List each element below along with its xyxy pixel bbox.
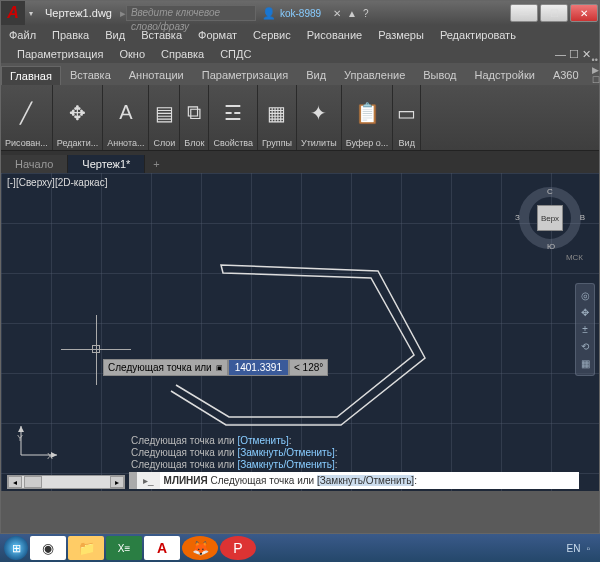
menu-bar-2: ПараметризацияОкноСправкаСПДС — ☐ ✕ — [1, 45, 599, 63]
panel-icon: ✥ — [69, 87, 86, 138]
panel-icon: ▦ — [267, 87, 286, 138]
panel-Блок[interactable]: ⧉Блок — [180, 85, 209, 150]
command-line[interactable]: ▸_ МЛИНИЯ Следующая точка или [Замкнуть/… — [129, 472, 579, 489]
panel-icon: ▤ — [155, 87, 174, 138]
menu-Вид[interactable]: Вид — [97, 29, 133, 41]
document-title: Чертеж1.dwg — [37, 7, 120, 19]
menu-Формат[interactable]: Формат — [190, 29, 245, 41]
help-icon[interactable]: ? — [363, 8, 369, 19]
scroll-thumb[interactable] — [24, 476, 42, 488]
panel-Буфер о...[interactable]: 📋Буфер о... — [342, 85, 394, 150]
scroll-left-button[interactable]: ◂ — [8, 476, 22, 488]
cloud-icon[interactable]: ▲ — [347, 8, 357, 19]
task-other[interactable]: P — [220, 536, 256, 560]
search-input[interactable]: Введите ключевое слово/фразу — [126, 5, 256, 21]
ribbon: ╱Рисован...✥Редакти...AАннота...▤Слои⧉Бл… — [1, 85, 599, 151]
dynamic-angle[interactable]: < 128° — [289, 359, 328, 376]
panel-icon: A — [119, 87, 132, 138]
app-window: A ▾ Чертеж1.dwg ▸ Введите ключевое слово… — [0, 0, 600, 534]
panel-label: Группы — [262, 138, 292, 148]
menu-bar-1: ФайлПравкаВидВставкаФорматСервисРисовани… — [1, 25, 599, 45]
menu-Правка[interactable]: Правка — [44, 29, 97, 41]
history-line: Следующая точка или [Замкнуть/Отменить]: — [131, 447, 579, 459]
user-name: kok-8989 — [280, 8, 321, 19]
panel-Слои[interactable]: ▤Слои — [149, 85, 180, 150]
menu-Размеры[interactable]: Размеры — [370, 29, 432, 41]
history-line: Следующая точка или [Отменить]: — [131, 435, 579, 447]
scroll-right-button[interactable]: ▸ — [110, 476, 124, 488]
ribbon-tab-Параметризация[interactable]: Параметризация — [193, 65, 297, 85]
ribbon-tab-A360[interactable]: A360 — [544, 65, 588, 85]
new-tab-button[interactable]: + — [145, 155, 167, 173]
panel-label: Блок — [184, 138, 204, 148]
task-excel[interactable]: X≡ — [106, 536, 142, 560]
cmdline-text[interactable]: МЛИНИЯ Следующая точка или [Замкнуть/Отм… — [160, 475, 421, 486]
dynamic-distance[interactable]: 1401.3391 — [228, 359, 289, 376]
panel-Группы[interactable]: ▦Группы — [258, 85, 297, 150]
panel-label: Редакти... — [57, 138, 98, 148]
menu-Рисование[interactable]: Рисование — [299, 29, 370, 41]
panel-Редакти...[interactable]: ✥Редакти... — [53, 85, 103, 150]
menu-Окно[interactable]: Окно — [111, 48, 153, 60]
panel-icon: ╱ — [20, 87, 32, 138]
panel-Рисован...[interactable]: ╱Рисован... — [1, 85, 53, 150]
panel-label: Свойства — [213, 138, 253, 148]
ribbon-tab-Главная[interactable]: Главная — [1, 66, 61, 85]
menu-СПДС[interactable]: СПДС — [212, 48, 259, 60]
maximize-button[interactable]: ☐ — [540, 4, 568, 22]
dynamic-input[interactable]: Следующая точка или ▣ 1401.3391 < 128° — [103, 359, 328, 376]
panel-Аннота...[interactable]: AАннота... — [103, 85, 149, 150]
menu-Справка[interactable]: Справка — [153, 48, 212, 60]
panel-label: Слои — [153, 138, 175, 148]
ribbon-overflow[interactable]: •• ▶ ☐ — [592, 55, 600, 85]
window-controls: — ☐ ✕ — [509, 2, 599, 24]
panel-Вид[interactable]: ▭Вид — [393, 85, 421, 150]
panel-label: Утилиты — [301, 138, 337, 148]
tray-lang[interactable]: EN — [567, 543, 581, 554]
cmdline-grip[interactable] — [129, 472, 137, 489]
dynamic-dropdown-icon[interactable]: ▣ — [216, 364, 223, 372]
ribbon-tab-Управление[interactable]: Управление — [335, 65, 414, 85]
panel-Утилиты[interactable]: ✦Утилиты — [297, 85, 342, 150]
task-autocad[interactable]: A — [144, 536, 180, 560]
taskbar[interactable]: ⊞ ◉ 📁 X≡ A 🦊 P EN ▫ — [0, 534, 600, 562]
ribbon-tab-Вставка[interactable]: Вставка — [61, 65, 120, 85]
start-button[interactable]: ⊞ — [4, 536, 28, 560]
menu-Вставка[interactable]: Вставка — [133, 29, 190, 41]
cmdline-arrow-icon[interactable]: ▸_ — [137, 472, 160, 489]
panel-label: Рисован... — [5, 138, 48, 148]
panel-icon: 📋 — [355, 87, 380, 138]
menu-Файл[interactable]: Файл — [1, 29, 44, 41]
exchange-icon[interactable]: ✕ — [333, 8, 341, 19]
menu-Параметризация[interactable]: Параметризация — [9, 48, 111, 60]
panel-Свойства[interactable]: ☲Свойства — [209, 85, 258, 150]
task-chrome[interactable]: ◉ — [30, 536, 66, 560]
minimize-button[interactable]: — — [510, 4, 538, 22]
panel-label: Вид — [399, 138, 415, 148]
ribbon-tab-Вид[interactable]: Вид — [297, 65, 335, 85]
doc-tab-Начало[interactable]: Начало — [1, 155, 68, 173]
app-logo[interactable]: A — [1, 1, 25, 25]
user-account[interactable]: 👤 kok-8989 — [256, 7, 327, 20]
panel-icon: ☲ — [224, 87, 242, 138]
ribbon-tab-Надстройки[interactable]: Надстройки — [466, 65, 544, 85]
tray-flag-icon[interactable]: ▫ — [586, 543, 590, 554]
panel-icon: ✦ — [310, 87, 327, 138]
ribbon-tab-Вывод[interactable]: Вывод — [414, 65, 465, 85]
panel-label: Аннота... — [107, 138, 144, 148]
doc-tab-Чертеж1*[interactable]: Чертеж1* — [68, 155, 145, 173]
task-explorer[interactable]: 📁 — [68, 536, 104, 560]
qat-dropdown[interactable]: ▾ — [25, 9, 37, 18]
document-tabs: НачалоЧертеж1*+ — [1, 151, 599, 173]
menu-Сервис[interactable]: Сервис — [245, 29, 299, 41]
system-tray[interactable]: EN ▫ — [561, 543, 596, 554]
drawing-canvas[interactable]: [-][Сверху][2D-каркас] Верх С В Ю З МСК … — [1, 173, 599, 491]
command-history: Следующая точка или [Отменить]:Следующая… — [131, 435, 579, 471]
title-icons: ✕ ▲ ? — [327, 8, 374, 19]
panel-icon: ▭ — [397, 87, 416, 138]
close-button[interactable]: ✕ — [570, 4, 598, 22]
menu-Редактировать[interactable]: Редактировать — [432, 29, 524, 41]
horizontal-scrollbar[interactable]: ◂ ▸ — [7, 475, 125, 489]
ribbon-tab-Аннотации[interactable]: Аннотации — [120, 65, 193, 85]
task-firefox[interactable]: 🦊 — [182, 536, 218, 560]
